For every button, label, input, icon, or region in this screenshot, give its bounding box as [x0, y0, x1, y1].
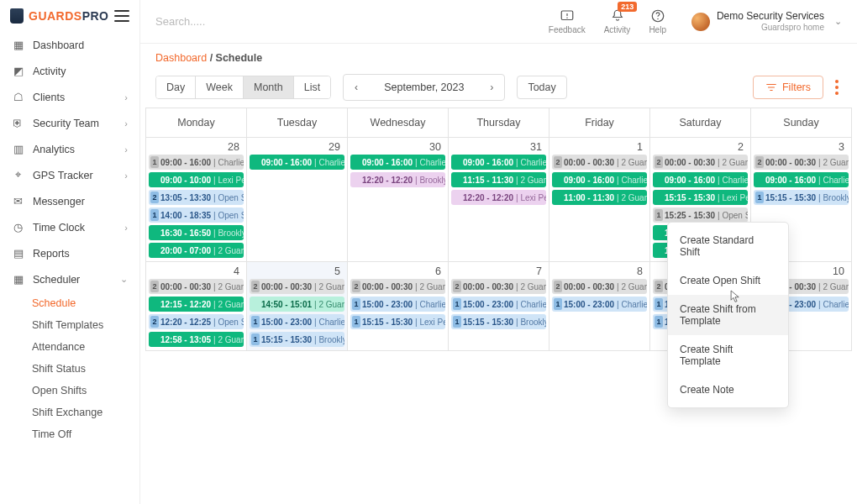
nav-sub-attendance[interactable]: Attendance [0, 336, 139, 358]
nav-security-team[interactable]: ⛨Security Team› [0, 110, 139, 136]
today-button[interactable]: Today [517, 76, 566, 99]
nav-time-clock[interactable]: ◷Time Clock› [0, 214, 139, 240]
shift-block[interactable]: 213:05 - 13:30 | Open Shift⋮ [149, 190, 244, 205]
nav-activity[interactable]: ◩Activity [0, 58, 139, 84]
shift-block[interactable]: 14:50 - 15:01 | 2 Guards⋮ [250, 297, 344, 312]
next-month[interactable]: › [479, 75, 504, 100]
shift-block[interactable]: 200:00 - 00:30 | 2 Guards⋮ [451, 279, 546, 294]
shift-block[interactable]: 115:00 - 23:00 | Charlie Wel⋮ [451, 297, 546, 312]
shift-block[interactable]: 09:00 - 16:00 | Charlie Wel⋮ [451, 155, 546, 170]
shift-block[interactable]: 09:00 - 16:00 | Charlie Wel⋮ [754, 172, 849, 187]
shift-block[interactable]: 09:00 - 10:00 | Lexi Perez⋮ [149, 172, 244, 187]
nav-analytics[interactable]: ▥Analytics› [0, 136, 139, 162]
shift-block[interactable]: 09:00 - 16:00 | Charlie Wel⋮ [350, 155, 445, 170]
shift-block[interactable]: 200:00 - 00:30 | 2 Guards⋮ [149, 279, 244, 294]
shift-block[interactable]: 12:20 - 12:20 | Brooklyn⋮ [350, 172, 445, 187]
calendar-cell[interactable]: 6200:00 - 00:30 | 2 Guards⋮115:00 - 23:0… [348, 262, 449, 351]
help-button[interactable]: Help [649, 8, 666, 34]
ctx-create-shift-template[interactable]: Create Shift Template [668, 335, 788, 375]
shift-count-badge: 2 [150, 281, 159, 292]
search-input[interactable] [155, 15, 539, 28]
shift-assignee: | Charlie Wel [617, 176, 647, 185]
shift-assignee: | Open Shift [213, 318, 244, 327]
ctx-create-note[interactable]: Create Note [668, 375, 788, 404]
shift-block[interactable]: 115:25 - 15:30 | Open Shift⋮ [653, 207, 748, 223]
nav-gps[interactable]: ⌖GPS Tracker› [0, 162, 139, 188]
ctx-create-open[interactable]: Create Open Shift [668, 266, 788, 295]
shift-time: 09:00 - 16:00 [564, 176, 614, 185]
nav-sub-shift-exchange[interactable]: Shift Exchange [0, 402, 139, 423]
shift-block[interactable]: 115:00 - 23:00 | Charlie Wel⋮ [350, 297, 445, 312]
nav-sub-shift-templates[interactable]: Shift Templates [0, 314, 139, 336]
shift-block[interactable]: 200:00 - 00:30 | 2 Guards⋮ [250, 279, 344, 294]
calendar-cell[interactable]: 4200:00 - 00:30 | 2 Guards⋮12:15 - 12:20… [146, 262, 247, 351]
chevron-right-icon: › [124, 144, 128, 155]
sidebar-toggle[interactable] [114, 10, 129, 22]
shift-block[interactable]: 200:00 - 00:30 | 2 Guards⋮ [754, 155, 849, 170]
calendar-cell[interactable]: 7200:00 - 00:30 | 2 Guards⋮115:00 - 23:0… [449, 262, 549, 351]
more-menu[interactable] [832, 76, 842, 98]
shift-block[interactable]: 212:20 - 12:25 | Open Shift⋮ [149, 314, 244, 329]
shift-count-badge: 1 [453, 298, 461, 310]
shift-block[interactable]: 12:15 - 12:20 | 2 Guards⋮ [149, 297, 244, 312]
feedback-button[interactable]: Feedback [549, 8, 586, 34]
calendar-cell[interactable]: 3009:00 - 16:00 | Charlie Wel⋮12:20 - 12… [348, 138, 449, 262]
nav-label: Security Team [33, 118, 99, 129]
nav-sub-schedule[interactable]: Schedule [0, 292, 139, 314]
ctx-create-from-template[interactable]: Create Shift from Template [668, 295, 788, 335]
shift-block[interactable]: 115:00 - 23:00 | Charlie Wel⋮ [552, 297, 647, 312]
shift-assignee: | Open Shift [718, 211, 748, 220]
calendar-cell[interactable]: 8200:00 - 00:30 | 2 Guards⋮115:00 - 23:0… [549, 262, 650, 351]
shift-block[interactable]: 115:15 - 15:30 | Brooklyn⋮ [451, 314, 546, 329]
day-number: 6 [348, 262, 448, 279]
shift-block[interactable]: 12:20 - 12:20 | Lexi Perez⋮ [451, 190, 546, 205]
nav-sub-time-off[interactable]: Time Off [0, 423, 139, 445]
nav-sub-shift-status[interactable]: Shift Status [0, 358, 139, 380]
view-week[interactable]: Week [196, 76, 244, 98]
shift-block[interactable]: 200:00 - 00:30 | 2 Guards⋮ [350, 279, 445, 294]
shift-block[interactable]: 114:00 - 18:35 | Open Shift⋮ [149, 207, 244, 223]
shift-block[interactable]: 115:00 - 23:00 | Charlie Wel⋮ [250, 314, 344, 329]
nav-reports[interactable]: ▤Reports [0, 240, 139, 266]
shift-block[interactable]: 09:00 - 16:00 | Charlie Wel⋮ [653, 172, 748, 187]
calendar-cell[interactable]: 1200:00 - 00:30 | 2 Guards⋮09:00 - 16:00… [549, 138, 650, 262]
shift-block[interactable]: 12:58 - 13:05 | 2 Guards⋮ [149, 332, 244, 347]
breadcrumb-root[interactable]: Dashboard [155, 52, 207, 64]
prev-month[interactable]: ‹ [344, 75, 369, 100]
calendar-cell[interactable]: 2909:00 - 16:00 | Charlie Wel⋮ [247, 138, 348, 262]
shift-block[interactable]: 200:00 - 00:30 | 2 Guards⋮ [653, 155, 748, 170]
shift-time: 15:00 - 23:00 [564, 300, 614, 309]
shift-assignee: | 2 Guards [415, 282, 445, 291]
calendar-cell[interactable]: 5200:00 - 00:30 | 2 Guards⋮14:50 - 15:01… [247, 262, 348, 351]
nav-sub-open-shifts[interactable]: Open Shifts [0, 380, 139, 402]
filters-button[interactable]: Filters [753, 76, 823, 99]
view-list[interactable]: List [294, 76, 330, 98]
shift-block[interactable]: 200:00 - 00:30 | 2 Guards⋮ [552, 279, 647, 294]
shift-block[interactable]: 11:15 - 11:30 | 2 Guards⋮ [451, 172, 546, 187]
nav-messenger[interactable]: ✉Messenger [0, 188, 139, 214]
view-month[interactable]: Month [244, 76, 294, 98]
shift-block[interactable]: 15:15 - 15:30 | Lexi Perez⋮ [653, 190, 748, 205]
account-menu[interactable]: Demo Security Services Guardspro home ⌄ [691, 11, 842, 31]
shift-block[interactable]: 115:15 - 15:30 | Brooklyn⋮ [754, 190, 849, 205]
ctx-create-standard[interactable]: Create Standard Shift [668, 226, 788, 266]
nav-scheduler[interactable]: ▦Scheduler⌄ [0, 266, 139, 292]
shift-block[interactable]: 109:00 - 16:00 | Charlie Wel⋮ [149, 155, 244, 170]
gps-icon: ⌖ [12, 169, 24, 181]
shift-block[interactable]: 16:30 - 16:50 | Brooklyn⋮ [149, 225, 244, 240]
shift-block[interactable]: 11:00 - 11:30 | 2 Guards⋮ [552, 190, 647, 205]
calendar-cell[interactable]: 3109:00 - 16:00 | Charlie Wel⋮11:15 - 11… [449, 138, 549, 262]
shift-block[interactable]: 200:00 - 00:30 | 2 Guards⋮ [552, 155, 647, 170]
shift-block[interactable]: 20:00 - 07:00 | 2 Guards⋮ [149, 243, 244, 258]
shift-block[interactable]: 09:00 - 16:00 | Charlie Wel⋮ [552, 172, 647, 187]
nav-dashboard[interactable]: ▦Dashboard [0, 32, 139, 58]
nav-clients[interactable]: ☖Clients› [0, 84, 139, 110]
shift-block[interactable]: 115:15 - 15:30 | Lexi Perez⋮ [350, 314, 445, 329]
shift-block[interactable]: 09:00 - 16:00 | Charlie Wel⋮ [250, 155, 344, 170]
shift-block[interactable]: 115:15 - 15:30 | Brooklyn⋮ [250, 332, 344, 347]
activity-button[interactable]: 213 Activity [604, 8, 631, 34]
shift-time: 09:00 - 10:00 [160, 176, 211, 185]
view-day[interactable]: Day [156, 76, 196, 98]
day-number: 1 [549, 138, 649, 155]
calendar-cell[interactable]: 28109:00 - 16:00 | Charlie Wel⋮09:00 - 1… [146, 138, 247, 262]
